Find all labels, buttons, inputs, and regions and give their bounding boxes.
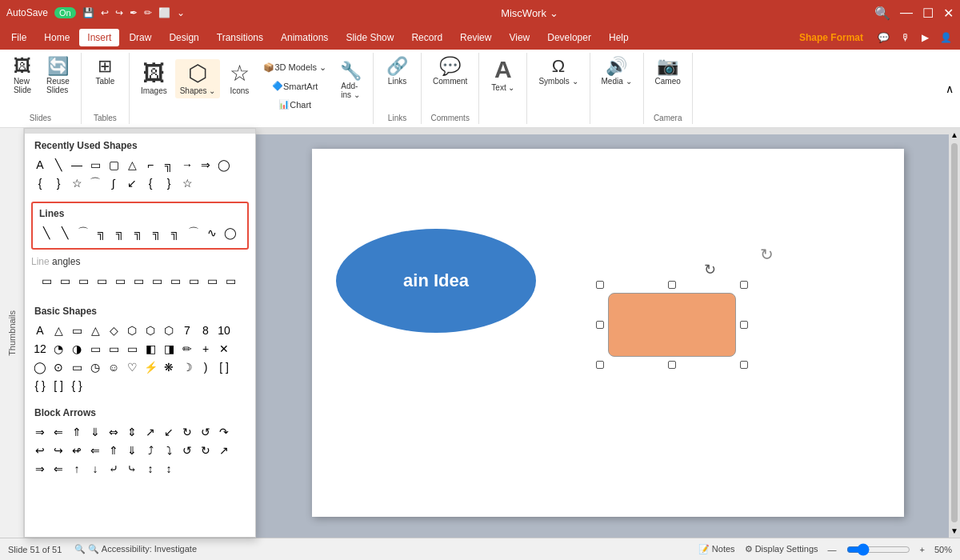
basic-shape-icon[interactable]: ▭ [68, 322, 86, 339]
basic-shape-icon[interactable]: + [197, 340, 214, 358]
media-button[interactable]: 🔊 Media ⌄ [597, 54, 637, 89]
undo-icon[interactable]: ↩ [101, 7, 109, 18]
block-arrow-icon[interactable]: ⇓ [123, 442, 141, 459]
line-angle-icon[interactable]: ▭ [148, 272, 166, 290]
shape-icon[interactable]: ⌒ [86, 174, 104, 192]
shape-icon[interactable]: } [50, 174, 67, 192]
line-angle-icon[interactable]: ▭ [111, 272, 129, 290]
block-arrow-icon[interactable]: ↪ [50, 442, 67, 459]
handle-mid-right[interactable] [740, 321, 748, 329]
close-button[interactable]: ✕ [943, 6, 954, 21]
slide[interactable]: ain Idea ↻ ↻ [312, 149, 904, 517]
3d-models-button[interactable]: 📦 3D Models ⌄ [258, 59, 331, 76]
line-angle-icon[interactable]: ▭ [222, 272, 239, 290]
shape-icon[interactable]: ↙ [123, 174, 141, 192]
basic-shape-icon[interactable]: ❋ [160, 358, 178, 376]
basic-shape-icon[interactable]: [ ] [50, 377, 67, 394]
scroll-thumb[interactable] [951, 143, 958, 522]
basic-shape-icon[interactable]: ◇ [105, 322, 122, 339]
block-arrow-icon[interactable]: ⇔ [105, 423, 122, 441]
line-angle-icon[interactable]: ▭ [38, 272, 55, 290]
redo-icon[interactable]: ↪ [115, 7, 123, 18]
block-arrow-icon[interactable]: ↩ [31, 442, 49, 459]
handle-top-center[interactable] [668, 281, 676, 289]
basic-shape-icon[interactable]: [ ] [215, 358, 233, 376]
chart-button[interactable]: 📊 Chart [258, 96, 331, 113]
basic-shape-icon[interactable]: 7 [178, 322, 196, 339]
shape-icon[interactable]: ▢ [105, 156, 122, 174]
shape-icon[interactable]: { [31, 174, 49, 192]
basic-shape-icon[interactable]: ⬡ [142, 322, 159, 339]
basic-shape-icon[interactable]: A [31, 322, 49, 339]
menu-slideshow[interactable]: Slide Show [338, 29, 402, 46]
basic-shape-icon[interactable]: ▭ [105, 340, 122, 358]
menu-insert[interactable]: Insert [79, 29, 119, 46]
basic-shape-icon[interactable]: ▭ [86, 340, 104, 358]
basic-shape-icon[interactable]: ▭ [68, 358, 86, 376]
table-button[interactable]: ⊞ Table [89, 54, 121, 89]
shape-icon[interactable]: ╲ [50, 156, 67, 174]
line-icon[interactable]: ╗ [166, 224, 184, 242]
basic-shape-icon[interactable]: ⬡ [123, 322, 141, 339]
microphone-icon[interactable]: 🎙 [896, 32, 915, 43]
slide-canvas[interactable]: ain Idea ↻ ↻ ▲ [256, 128, 960, 538]
line-icon[interactable]: ⌒ [74, 224, 92, 242]
box-icon[interactable]: ⬜ [158, 7, 170, 18]
symbols-button[interactable]: Ω Symbols ⌄ [534, 54, 582, 89]
shape-icon[interactable]: ☆ [178, 174, 196, 192]
line-angle-icon[interactable]: ▭ [56, 272, 74, 290]
block-arrow-icon[interactable]: ↷ [215, 423, 233, 441]
block-arrow-icon[interactable]: ⤶ [105, 460, 122, 478]
basic-shape-icon[interactable]: ⬡ [160, 322, 178, 339]
line-angle-icon[interactable]: ▭ [93, 272, 110, 290]
shape-icon[interactable]: → [178, 156, 196, 174]
present-icon[interactable]: ▶ [917, 32, 934, 43]
rotate-handle[interactable]: ↻ [704, 261, 716, 278]
basic-shape-icon[interactable]: { } [31, 377, 49, 394]
basic-shape-icon[interactable]: ✏ [178, 340, 196, 358]
autosave-toggle[interactable]: On [54, 7, 76, 18]
basic-shape-icon[interactable]: ◔ [50, 340, 67, 358]
menu-developer[interactable]: Developer [539, 29, 599, 46]
block-arrow-icon[interactable]: ↻ [197, 442, 214, 459]
line-icon[interactable]: ╗ [148, 224, 166, 242]
menu-draw[interactable]: Draw [121, 29, 159, 46]
comment-button[interactable]: 💬 Comment [428, 54, 472, 89]
search-icon[interactable]: 🔍 [874, 6, 890, 21]
basic-shape-icon[interactable]: ◧ [142, 340, 159, 358]
shapes-button[interactable]: ⬡ Shapes ⌄ [175, 59, 221, 98]
shape-icon[interactable]: ╗ [160, 156, 178, 174]
pen-icon[interactable]: ✒ [130, 7, 138, 18]
zoom-slider[interactable] [846, 543, 910, 556]
block-arrow-icon[interactable]: ⇑ [68, 423, 86, 441]
shape-icon[interactable]: ▭ [86, 156, 104, 174]
collapse-ribbon-icon[interactable]: ∧ [946, 82, 954, 95]
basic-shape-icon[interactable]: 10 [215, 322, 233, 339]
menu-home[interactable]: Home [36, 29, 78, 46]
line-angle-icon[interactable]: ▭ [74, 272, 92, 290]
menu-transitions[interactable]: Transitions [209, 29, 271, 46]
block-arrow-icon[interactable]: ↻ [178, 423, 196, 441]
basic-shape-icon[interactable]: ◨ [160, 340, 178, 358]
basic-shape-icon[interactable]: ☺ [105, 358, 122, 376]
block-arrow-icon[interactable]: ⤷ [123, 460, 141, 478]
basic-shape-icon[interactable]: ⚡ [142, 358, 159, 376]
line-angle-icon[interactable]: ▭ [203, 272, 221, 290]
shape-icon[interactable]: ☆ [68, 174, 86, 192]
handle-bot-center[interactable] [668, 361, 676, 369]
shape-icon[interactable]: { [142, 174, 159, 192]
basic-shape-icon[interactable]: ▭ [123, 340, 141, 358]
icons-button[interactable]: ☆ Icons [223, 59, 255, 98]
shape-icon[interactable]: ◯ [215, 156, 233, 174]
pencil-icon[interactable]: ✏ [144, 7, 152, 18]
line-icon[interactable]: ╲ [38, 224, 55, 242]
block-arrow-icon[interactable]: ⇒ [31, 460, 49, 478]
menu-view[interactable]: View [501, 29, 538, 46]
line-icon[interactable]: ╗ [130, 224, 147, 242]
block-arrow-icon[interactable]: ⇐ [86, 442, 104, 459]
line-icon[interactable]: ◯ [222, 224, 239, 242]
basic-shape-icon[interactable]: { } [68, 377, 86, 394]
block-arrow-icon[interactable]: ⇕ [123, 423, 141, 441]
cameo-button[interactable]: 📷 Cameo [650, 54, 686, 89]
block-arrow-icon[interactable]: ⤵ [160, 442, 178, 459]
